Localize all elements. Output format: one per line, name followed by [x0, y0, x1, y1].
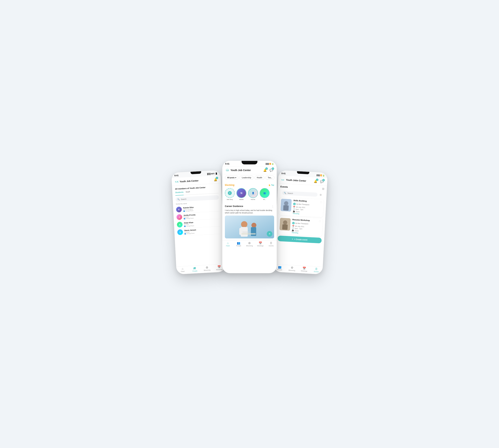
wifi-icon: 📶: [269, 163, 271, 165]
heart-btn-1[interactable]: ♡: [319, 220, 321, 223]
tab-staff[interactable]: Staff: [186, 191, 190, 193]
nav-people-center[interactable]: 👥 People: [233, 242, 244, 247]
nav-blooming-right[interactable]: ✿ Blooming: [286, 266, 298, 272]
story-natalie[interactable]: N Natalie: [236, 188, 246, 200]
center-app-bar-left: YJC Youth Job Center: [225, 168, 251, 172]
nav-blooming[interactable]: ✿ Blooming: [201, 266, 213, 272]
chip-tea[interactable]: Tea...: [266, 176, 274, 180]
center-notification-badge: 1: [265, 167, 268, 170]
center-app-bar: YJC Youth Job Center 🔔 1 💬 5: [222, 166, 277, 174]
right-app-bar-left: YJC Youth Jobs Center: [281, 177, 306, 183]
event-search-inner[interactable]: 🔍: [282, 191, 317, 197]
story-add[interactable]: + Add Story: [225, 188, 235, 200]
right-notification-btn[interactable]: 🔔 1: [313, 179, 318, 184]
battery-icon: 🔋: [272, 163, 274, 165]
left-app-title: Youth Job Center: [180, 179, 199, 183]
post-body: I met a boy in high school today, and he…: [225, 209, 274, 214]
stories-row: + Add Story N Natalie 👤: [225, 188, 274, 200]
nav-people-center-label: People: [236, 245, 241, 247]
nav-meetings-center[interactable]: 📅 Meetings: [255, 242, 266, 247]
clock-icon: 🕐: [293, 208, 295, 210]
nav-blooming-center-label: Blooming: [246, 245, 253, 247]
member-team-0: 👥 DesignTeam: [183, 210, 194, 212]
blooming-header: bl●ming 👆 Tap: [225, 184, 274, 186]
heart-btn-0[interactable]: ♡: [320, 201, 322, 204]
author-avatar-1: B: [292, 222, 295, 224]
home-icon: ⌂: [227, 242, 229, 245]
story-circle-kannie: 👤: [248, 188, 258, 198]
nav-meetings-right[interactable]: 📅 Meetings: [298, 267, 310, 272]
calendar-icon: 📅: [302, 267, 306, 270]
svg-rect-16: [283, 205, 289, 211]
video-icon: 🎥: [292, 229, 294, 232]
team-icon: 👥: [183, 210, 185, 212]
left-app-bar-left: YJC Youth Job Center: [175, 179, 199, 184]
story-kannie[interactable]: 👤 Kannie: [248, 188, 258, 200]
grid-view-icon[interactable]: ⊞: [322, 187, 324, 191]
nav-feed-label: Feed: [181, 271, 184, 272]
calendar-icon: 📅: [217, 266, 221, 269]
right-chat-btn[interactable]: 💬 5: [319, 179, 324, 184]
member-avatar-2: A: [177, 222, 183, 228]
people-icon: 👥: [237, 242, 240, 245]
member-avatar-0: K: [176, 207, 182, 213]
nav-blooming-center[interactable]: ✿ Blooming: [244, 242, 255, 247]
member-info-1: Jonita D'costa Manager 👥 DesignTeam: [183, 214, 196, 219]
post-options-btn[interactable]: ⋮: [271, 205, 274, 208]
left-notification-btn[interactable]: 🔔 1: [213, 177, 218, 182]
post-title: Career Guidence: [225, 205, 243, 208]
left-search-input[interactable]: [181, 196, 217, 200]
right-phone: 9:41 ▐▐▐ 📶 🔋 YJC Youth Jobs Center: [273, 170, 328, 274]
events-icon: 🗓: [270, 242, 273, 245]
video-icon: 🎥: [293, 210, 295, 213]
center-notification-btn[interactable]: 🔔 1: [263, 168, 267, 173]
svg-rect-5: [225, 216, 274, 239]
tap-icon: 👆: [268, 184, 270, 186]
center-yjc-logo: YJC: [225, 168, 230, 172]
nav-events-right[interactable]: 🗓 Events: [310, 267, 323, 273]
story-circle-natalie: N: [236, 188, 246, 198]
author-avatar-0: B: [293, 203, 296, 205]
nav-events-center[interactable]: 🗓 Events: [266, 242, 277, 247]
event-title-1: Resume Workshop: [292, 219, 310, 222]
filter-icon[interactable]: ⚙: [319, 193, 322, 196]
event-info-1: Resume Workshop ♡ B By Ben Thompson 📅 4t…: [292, 219, 321, 235]
nav-people[interactable]: People: [189, 267, 201, 272]
chip-health[interactable]: Health: [255, 176, 265, 180]
post-fab-btn[interactable]: +: [267, 231, 272, 237]
event-info-0: Skills Building ♡ B By Ben Thompson 📅 4t…: [293, 199, 322, 216]
signal-icon: ▐▐▐: [316, 174, 320, 176]
right-app-title: Youth Jobs Center: [286, 178, 306, 182]
nav-feed[interactable]: ⌂ Feed: [176, 267, 189, 273]
post-image-svg: [225, 216, 274, 239]
home-icon: ⌂: [182, 267, 183, 270]
post-card: Career Guidence ⋮ I met a boy in high sc…: [222, 203, 277, 240]
create-event-btn[interactable]: + + Create event: [278, 235, 322, 243]
nav-feed-center[interactable]: ⌂ Feed: [222, 242, 233, 247]
svg-point-1: [194, 267, 195, 268]
event-search-input[interactable]: [287, 192, 316, 195]
chip-leadership[interactable]: Leadership: [239, 176, 253, 180]
svg-text:YJC: YJC: [175, 180, 179, 183]
post-image: +: [225, 216, 274, 239]
event-image-svg-0: [281, 199, 292, 211]
blooming-icon: ✿: [206, 266, 208, 269]
nav-events-center-label: Events: [269, 245, 274, 247]
svg-rect-8: [239, 228, 242, 235]
chip-all-posts[interactable]: All posts ▾: [225, 176, 238, 180]
story-label-kannie: Kannie: [251, 199, 255, 200]
center-status-icons: ▐▐▐ 📶 🔋: [265, 163, 274, 165]
battery-icon: 🔋: [322, 175, 325, 177]
center-chat-btn[interactable]: 💬 5: [269, 168, 274, 173]
wifi-icon: WiFi: [211, 173, 215, 175]
story-circle-add: +: [225, 188, 235, 198]
tab-students[interactable]: Students: [175, 191, 184, 195]
right-status-icons: ▐▐▐ 📶 🔋: [316, 174, 325, 177]
tap-btn[interactable]: 👆 Tap: [268, 184, 274, 186]
story-label-rh: Rh...: [263, 199, 266, 200]
event-card-0: Skills Building ♡ B By Ben Thompson 📅 4t…: [279, 197, 324, 217]
blooming-icon: ✿: [248, 242, 250, 245]
left-search-box[interactable]: 🔍: [175, 195, 219, 202]
story-rh[interactable]: 👥 Rh...: [260, 188, 269, 200]
blooming-icon: ✿: [291, 266, 293, 269]
